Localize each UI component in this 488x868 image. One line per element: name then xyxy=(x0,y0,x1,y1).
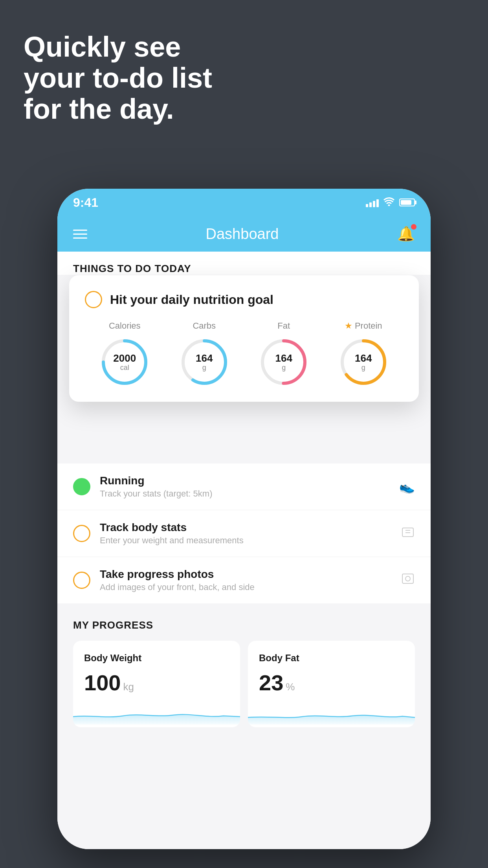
body-weight-value: 100 xyxy=(84,670,121,695)
app-content: THINGS TO DO TODAY Hit your daily nutrit… xyxy=(57,252,431,849)
status-bar: 9:41 xyxy=(57,189,431,216)
battery-icon xyxy=(399,199,415,206)
menu-button[interactable] xyxy=(73,230,87,239)
app-title: Dashboard xyxy=(206,226,279,243)
todo-text-photos: Take progress photos Add images of your … xyxy=(100,568,401,592)
fat-label: Fat xyxy=(277,321,290,331)
todo-main-body-stats: Track body stats xyxy=(100,521,401,534)
todo-text-running: Running Track your stats (target: 5km) xyxy=(100,474,399,499)
notification-button[interactable]: 🔔 xyxy=(397,226,415,242)
status-time: 9:41 xyxy=(73,195,98,210)
task-check-circle[interactable] xyxy=(85,291,102,308)
card-title-row: Hit your daily nutrition goal xyxy=(85,291,403,308)
app-header: Dashboard 🔔 xyxy=(57,216,431,252)
todo-sub-photos: Add images of your front, back, and side xyxy=(100,582,401,592)
protein-circle: 164 g xyxy=(338,337,389,388)
calories-label: Calories xyxy=(109,321,141,331)
todo-item-body-stats[interactable]: Track body stats Enter your weight and m… xyxy=(57,510,431,557)
todo-item-running[interactable]: Running Track your stats (target: 5km) 👟 xyxy=(57,463,431,510)
signal-icon xyxy=(366,198,379,207)
phone-frame: 9:41 Dashboard 🔔 TH xyxy=(57,189,431,849)
carbs-label: Carbs xyxy=(193,321,216,331)
body-weight-value-row: 100 kg xyxy=(84,670,229,695)
body-weight-chart xyxy=(73,701,240,725)
progress-title: MY PROGRESS xyxy=(73,619,415,631)
headline-text: Quickly see your to-do list for the day. xyxy=(24,31,464,125)
todo-circle-running xyxy=(73,478,90,495)
protein-label: ★ Protein xyxy=(345,321,382,331)
card-title: Hit your daily nutrition goal xyxy=(110,292,273,307)
nutrition-calories: Calories 2000 cal xyxy=(99,321,150,388)
notification-dot xyxy=(411,224,416,230)
todo-sub-running: Track your stats (target: 5km) xyxy=(100,489,399,499)
things-title: THINGS TO DO TODAY xyxy=(73,263,415,275)
nutrition-card: Hit your daily nutrition goal Calories xyxy=(69,275,419,402)
todo-list: Running Track your stats (target: 5km) 👟… xyxy=(57,463,431,603)
todo-item-photos[interactable]: Take progress photos Add images of your … xyxy=(57,557,431,603)
nutrition-carbs: Carbs 164 g xyxy=(179,321,230,388)
headline-line1: Quickly see your to-do list for the day. xyxy=(24,31,464,125)
things-section-header: THINGS TO DO TODAY xyxy=(57,252,431,275)
body-fat-chart xyxy=(248,701,415,725)
body-fat-title: Body Fat xyxy=(259,653,404,664)
body-fat-card: Body Fat 23 % xyxy=(248,641,415,727)
body-fat-value-row: 23 % xyxy=(259,670,404,695)
todo-main-running: Running xyxy=(100,474,399,487)
body-fat-value: 23 xyxy=(259,670,283,695)
calories-circle: 2000 cal xyxy=(99,337,150,388)
nutrition-grid: Calories 2000 cal xyxy=(85,321,403,388)
photo-icon xyxy=(401,572,415,589)
svg-point-12 xyxy=(405,576,410,581)
progress-section: MY PROGRESS Body Weight 100 kg xyxy=(57,603,431,735)
carbs-circle: 164 g xyxy=(179,337,230,388)
body-weight-title: Body Weight xyxy=(84,653,229,664)
nutrition-protein: ★ Protein 164 g xyxy=(338,321,389,388)
running-icon: 👟 xyxy=(399,479,415,494)
nutrition-fat: Fat 164 g xyxy=(258,321,309,388)
body-weight-unit: kg xyxy=(123,681,134,693)
svg-rect-11 xyxy=(402,574,413,583)
scale-icon xyxy=(401,525,415,542)
body-weight-card: Body Weight 100 kg xyxy=(73,641,240,727)
status-icons xyxy=(366,197,415,209)
wifi-icon xyxy=(383,197,394,209)
progress-cards: Body Weight 100 kg xyxy=(73,641,415,727)
star-icon: ★ xyxy=(345,321,352,331)
body-fat-unit: % xyxy=(286,681,295,693)
todo-circle-photos xyxy=(73,572,90,589)
todo-circle-body-stats xyxy=(73,525,90,542)
fat-circle: 164 g xyxy=(258,337,309,388)
todo-main-photos: Take progress photos xyxy=(100,568,401,581)
todo-text-body-stats: Track body stats Enter your weight and m… xyxy=(100,521,401,546)
todo-sub-body-stats: Enter your weight and measurements xyxy=(100,535,401,546)
